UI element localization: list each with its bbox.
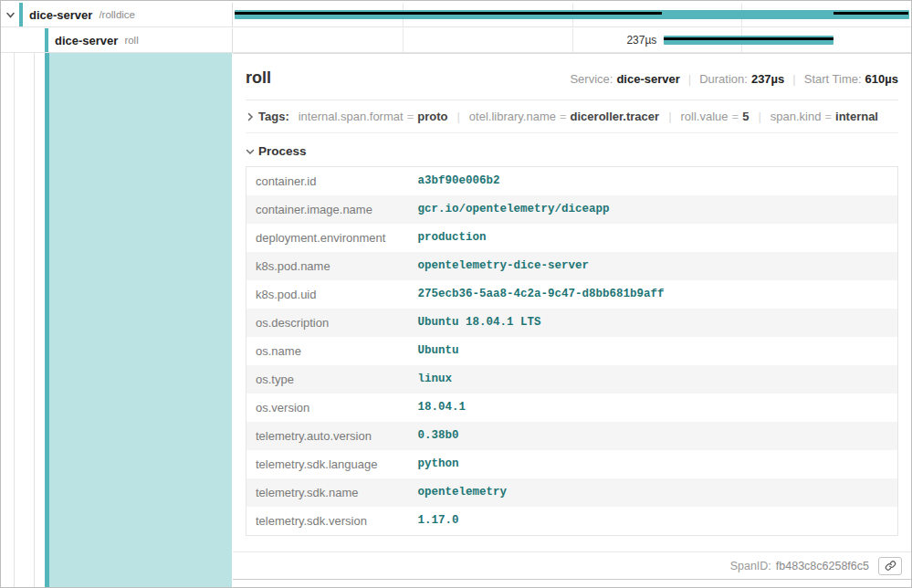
- critical-path-segment: [833, 12, 908, 15]
- tags-accordion[interactable]: Tags: internal.span.format=proto|otel.li…: [246, 100, 898, 133]
- process-row: deployment.environmentproduction: [246, 224, 898, 252]
- process-value: 1.17.0: [409, 507, 898, 536]
- tag-value: 5: [742, 110, 749, 123]
- duration-label: Duration:: [699, 72, 748, 86]
- process-row: telemetry.sdk.nameopentelemetry: [246, 478, 898, 507]
- process-row: container.image.namegcr.io/opentelemetry…: [246, 195, 898, 224]
- span-id-value: fb483c8c6258f6c5: [776, 560, 869, 572]
- chevron-down-icon: [246, 147, 258, 156]
- service-color-strip: [19, 3, 23, 26]
- span-row-rolldice[interactable]: dice-server /rolldice: [1, 3, 911, 27]
- tags-label: Tags:: [258, 110, 289, 123]
- start-time-label: Start Time:: [804, 72, 862, 86]
- process-row: telemetry.sdk.languagepython: [246, 450, 898, 478]
- process-accordion[interactable]: Process: [246, 133, 898, 166]
- process-value: 0.38b0: [409, 422, 898, 450]
- span-name-cell[interactable]: dice-server /rolldice: [1, 3, 233, 26]
- process-key: k8s.pod.uid: [246, 280, 409, 309]
- process-row: telemetry.sdk.version1.17.0: [246, 507, 898, 536]
- span-name-cell[interactable]: dice-server roll: [1, 28, 233, 52]
- grid-tick: [403, 28, 404, 52]
- service-name: dice-server: [29, 8, 92, 22]
- service-value: dice-server: [616, 72, 679, 86]
- service-color-strip: [45, 28, 48, 52]
- process-value: 18.04.1: [409, 394, 898, 422]
- process-row: os.version18.04.1: [246, 394, 898, 422]
- tag-separator: |: [659, 110, 680, 123]
- tree-indent-guide: [14, 53, 15, 587]
- process-value: production: [409, 224, 898, 252]
- process-value: Ubuntu: [409, 337, 898, 365]
- process-row: telemetry.auto.version0.38b0: [246, 422, 898, 450]
- process-key: os.type: [246, 365, 409, 394]
- process-key: container.image.name: [246, 195, 409, 224]
- stat-divider: |: [680, 72, 699, 86]
- span-row-roll[interactable]: dice-server roll 237µs: [1, 28, 911, 53]
- process-key: telemetry.sdk.language: [246, 450, 409, 478]
- grid-tick: [572, 28, 573, 52]
- span-detail-panel: roll Service: dice-server | Duration: 23…: [233, 53, 911, 580]
- process-key: deployment.environment: [246, 224, 409, 252]
- start-time-value: 610µs: [865, 72, 898, 86]
- process-key: os.name: [246, 337, 409, 365]
- process-value: opentelemetry-dice-server: [409, 252, 898, 280]
- process-value: Ubuntu 18.04.1 LTS: [409, 309, 898, 337]
- process-key: container.id: [246, 167, 409, 196]
- selected-span-highlight: [49, 53, 232, 587]
- tag-value: proto: [417, 110, 447, 123]
- process-key: telemetry.auto.version: [246, 422, 409, 450]
- span-duration-label: 237µs: [626, 34, 656, 47]
- tag-item: otel.library.name=diceroller.tracer: [469, 110, 659, 123]
- tag-equals: =: [556, 110, 571, 123]
- process-key: os.description: [246, 309, 409, 337]
- process-value: a3bf90e006b2: [409, 167, 898, 196]
- chevron-right-icon: [246, 112, 258, 121]
- process-key: k8s.pod.name: [246, 252, 409, 280]
- process-row: k8s.pod.uid275ecb36-5aa8-4c2a-9c47-d8bb6…: [246, 280, 898, 309]
- stat-divider: |: [784, 72, 803, 86]
- process-label: Process: [258, 144, 307, 158]
- tag-item: internal.span.format=proto: [299, 110, 448, 123]
- detail-left-gutter: [1, 53, 233, 587]
- collapse-chevron-icon[interactable]: [1, 10, 19, 20]
- operation-name: roll: [124, 35, 138, 46]
- process-row: os.nameUbuntu: [246, 337, 898, 365]
- process-table: container.ida3bf90e006b2container.image.…: [246, 166, 898, 536]
- tag-equals: =: [821, 110, 835, 123]
- span-rows: dice-server /rolldice dice-server roll: [1, 1, 911, 53]
- process-row: os.descriptionUbuntu 18.04.1 LTS: [246, 309, 898, 337]
- span-title: roll: [246, 68, 271, 88]
- process-value: gcr.io/opentelemetry/diceapp: [409, 195, 898, 224]
- tag-item: roll.value=5: [681, 110, 750, 123]
- tag-separator: |: [447, 110, 468, 123]
- span-detail-header: roll Service: dice-server | Duration: 23…: [246, 54, 898, 100]
- tag-key: internal.span.format: [299, 110, 404, 123]
- process-row: k8s.pod.nameopentelemetry-dice-server: [246, 252, 898, 280]
- tag-key: roll.value: [681, 110, 729, 123]
- tree-indent-guide: [34, 53, 35, 587]
- tag-equals: =: [404, 110, 418, 123]
- tag-item: span.kind=internal: [770, 110, 878, 123]
- process-table-body: container.ida3bf90e006b2container.image.…: [246, 167, 898, 536]
- process-value: linux: [409, 365, 898, 394]
- tag-separator: |: [749, 110, 770, 123]
- tags-list: internal.span.format=proto|otel.library.…: [299, 110, 878, 123]
- service-label: Service:: [570, 72, 613, 86]
- tag-key: span.kind: [770, 110, 822, 123]
- process-row: os.typelinux: [246, 365, 898, 394]
- span-stats: Service: dice-server | Duration: 237µs |…: [570, 72, 898, 86]
- operation-name: /rolldice: [99, 9, 135, 20]
- span-detail-footer: SpanID: fb483c8c6258f6c5: [233, 551, 911, 579]
- process-value: opentelemetry: [409, 478, 898, 507]
- critical-path-segment: [664, 37, 833, 40]
- process-value: 275ecb36-5aa8-4c2a-9c47-d8bb681b9aff: [409, 280, 898, 309]
- timeline-cell[interactable]: [233, 3, 911, 26]
- process-key: telemetry.sdk.version: [246, 507, 409, 536]
- process-row: container.ida3bf90e006b2: [246, 167, 898, 196]
- timeline-cell[interactable]: 237µs: [233, 28, 911, 52]
- span-id-label: SpanID:: [730, 560, 771, 572]
- tag-equals: =: [729, 110, 743, 123]
- jaeger-trace-view: dice-server /rolldice dice-server roll: [0, 0, 912, 588]
- process-value: python: [409, 450, 898, 478]
- deep-link-button[interactable]: [878, 557, 902, 575]
